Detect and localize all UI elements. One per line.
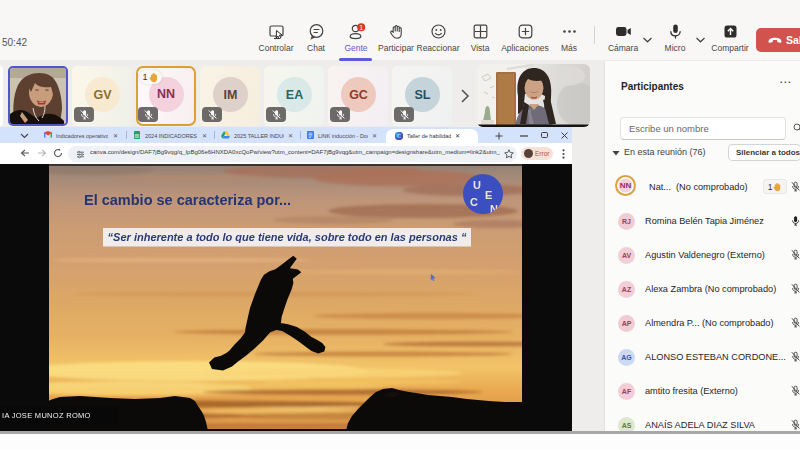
svg-text:El cambio se caracteriza por..: El cambio se caracteriza por...: [84, 192, 291, 208]
svg-text:C: C: [397, 133, 401, 139]
svg-text:C: C: [470, 196, 478, 208]
svg-text:E: E: [485, 189, 492, 201]
svg-text:“Ser inherente a todo lo que t: “Ser inherente a todo lo que tiene vida,…: [108, 231, 467, 243]
svg-text:1: 1: [359, 24, 363, 31]
svg-text:U: U: [473, 179, 481, 191]
